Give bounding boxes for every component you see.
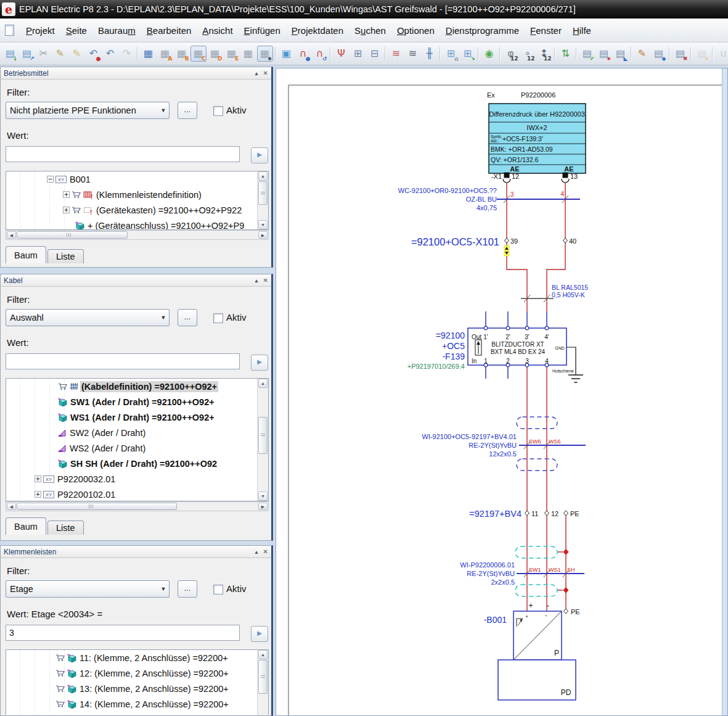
menu-projekt[interactable]: Projekt [20, 22, 60, 39]
tab-baum[interactable]: Baum [6, 517, 46, 535]
menu-bearbeiten[interactable]: Bearbeiten [141, 22, 197, 39]
toolbar-potential-tracking-button[interactable]: φ12 [503, 46, 519, 62]
toolbar-addon-plugin-button[interactable]: ◉ [481, 46, 497, 62]
menu-optionen[interactable]: Optionen [391, 22, 440, 39]
vertical-scrollbar[interactable]: ▲ ▼ [257, 379, 268, 501]
tree-item[interactable]: XYB001 [6, 171, 268, 187]
bv4-terminals[interactable]: =92197+BV4 11 12 PE [469, 509, 579, 519]
toolbar-redo-button[interactable]: ↷ [119, 46, 135, 62]
tree-item[interactable]: !(Gerätekasten) =92100++O92+P922 [6, 202, 268, 218]
wert-input[interactable] [6, 146, 240, 162]
toolbar-edit-properties-button[interactable]: ✎ [634, 46, 650, 62]
menu-projektdaten[interactable]: Projektdaten [286, 22, 349, 39]
toolbar-auto-connecting-button[interactable]: ≋ [388, 46, 404, 62]
horizontal-scrollbar[interactable]: ◀ ▶ [6, 501, 269, 511]
plus-icon[interactable] [63, 191, 70, 198]
panel-betriebsmittel-header[interactable]: Betriebsmittel ▴ ✕ [1, 67, 271, 80]
filter-dropdown[interactable]: Etage ▼ [6, 580, 170, 598]
panel-close-icon[interactable]: ✕ [263, 70, 268, 76]
toolbar-grid-off-button[interactable]: ▦ [240, 46, 256, 62]
panel-klemmenleisten-header[interactable]: Klemmenleisten ▴ ✕ [1, 546, 271, 558]
tree-item[interactable]: 14: (Klemme, 2 Anschlüsse) =92200+ [6, 696, 268, 712]
horizontal-scrollbar[interactable]: ◀ ▶ [6, 230, 269, 240]
toolbar-snap-magnet-button[interactable]: ∩● [295, 46, 311, 62]
toolbar-project-settings-button[interactable]: ✂ [36, 46, 52, 62]
toolbar-check-settings-button[interactable]: ▤∗ [596, 46, 612, 62]
scroll-down-button[interactable]: ▼ [258, 220, 268, 229]
tree-item[interactable]: SW1 (Ader / Draht) =92100++O92+ [6, 394, 268, 409]
scroll-up-button[interactable]: ▲ [258, 171, 268, 181]
toolbar-navigate-to-page-button[interactable]: ▤◆ [651, 46, 667, 62]
panel-collapse-icon[interactable]: ▴ [255, 278, 258, 284]
filter-browse-button[interactable]: ... [178, 309, 197, 326]
tree-item[interactable]: + (Geräteanschluss) =92100++O92+P9 [6, 218, 268, 230]
scroll-right-button[interactable]: ▶ [258, 231, 268, 239]
scrollbar-thumb[interactable] [17, 231, 128, 239]
tree-item[interactable]: XYP92200102.01 [6, 487, 268, 501]
x1-terminals[interactable]: -X1 12 13 [491, 173, 578, 183]
filter-browse-button[interactable]: ... [178, 580, 197, 598]
x101-terminals[interactable]: =92100+OC5-X101 39 40 [411, 236, 576, 256]
panel-collapse-icon[interactable]: ▴ [255, 549, 258, 555]
scroll-right-button[interactable]: ▶ [258, 503, 268, 510]
tab-liste[interactable]: Liste [47, 249, 84, 263]
panel-collapse-icon[interactable]: ▴ [255, 70, 258, 76]
vertical-scrollbar[interactable]: ▲ ▼ [257, 171, 268, 229]
plus-icon[interactable] [35, 491, 41, 498]
toolbar-auto-connecting-off-button[interactable]: ≋ [405, 46, 421, 62]
toolbar-grid-b-button[interactable]: ▦B [174, 46, 190, 62]
vertical-scrollbar[interactable]: ▲ [257, 650, 268, 715]
toolbar-undo-list-button[interactable]: ↶● [86, 46, 102, 62]
toolbar-delete-placement-button[interactable]: ▤✖ [673, 46, 689, 62]
scroll-down-button[interactable]: ▼ [258, 492, 268, 501]
toolbar-undo-button[interactable]: ↶ [102, 46, 118, 62]
toolbar-grid-a-button[interactable]: ▦A [157, 46, 173, 62]
wert-go-button[interactable]: ▶ [251, 626, 268, 642]
tree-item[interactable]: XYP92200032.01 [6, 471, 268, 487]
toolbar-favorites-button[interactable]: ▤★ [694, 46, 710, 62]
panel-close-icon[interactable]: ✕ [263, 549, 268, 555]
menu-ansicht[interactable]: Ansicht [197, 22, 238, 39]
panel-close-icon[interactable]: ✕ [263, 278, 268, 284]
toolbar-clean-project-button[interactable]: ✎ [52, 46, 68, 62]
wert-go-button[interactable]: ▶ [251, 147, 268, 163]
toolbar-device-navigator-button[interactable]: ⊞⌂ [443, 46, 459, 62]
blitzductor-device[interactable]: Out 1' 2' 3' 4' In 1 2 3 4 BLITZDUCTOR X… [407, 326, 583, 382]
scrollbar-thumb[interactable] [258, 417, 268, 454]
menu-hilfe[interactable]: Hilfe [567, 22, 597, 39]
tree-item[interactable]: 12: (Klemme, 2 Anschlüsse) =92200+ [6, 665, 268, 681]
aktiv-checkbox[interactable] [213, 106, 223, 116]
panel-kabel-header[interactable]: Kabel ▴ ✕ [1, 274, 271, 287]
filter-dropdown[interactable]: Nicht platzierte PPE Funktionen ▼ [6, 102, 170, 119]
menu-seite[interactable]: Seite [60, 22, 92, 39]
tab-baum[interactable]: Baum [6, 246, 46, 263]
plus-icon[interactable] [35, 475, 41, 482]
filter-dropdown[interactable]: Auswahl ▼ [6, 309, 170, 326]
toolbar-backup-project-button[interactable]: ✎ [69, 46, 85, 62]
toolbar-insert-symbol-button[interactable]: ▦ [141, 46, 157, 62]
menu-fenster[interactable]: Fenster [525, 22, 567, 39]
cable2-definition[interactable]: WI-92100+OC5-92197+BV4.01 RE-2Y(St)YvBU … [422, 417, 586, 471]
scrollbar-thumb[interactable] [258, 181, 268, 205]
transmitter-b001[interactable]: + - PE -B001 + - P PD [484, 601, 580, 700]
schematic-canvas[interactable]: Ex P92200006 Differenzdruck über H922000… [276, 68, 727, 715]
wire-spec[interactable]: BL RAL5015 0,5 H05V-K [521, 284, 588, 302]
toolbar-insert-device-button[interactable]: ⊞ [350, 46, 366, 62]
toolbar-project-open-button[interactable]: ▤↗ [19, 46, 35, 62]
minus-icon[interactable] [47, 176, 54, 183]
tab-liste[interactable]: Liste [47, 521, 84, 535]
scrollbar-thumb[interactable] [258, 660, 268, 694]
toolbar-device-navigator-2-button[interactable]: ⊞↘ [460, 46, 476, 62]
toolbar-design-mode-button[interactable]: ▣ [279, 46, 295, 62]
toolbar-message-management-button[interactable]: ▤◣ [613, 46, 629, 62]
scroll-left-button[interactable]: ◀ [7, 231, 16, 239]
filter-browse-button[interactable]: ... [178, 102, 197, 119]
tree-item[interactable]: (Kabeldefinition) =92100++O92+ [6, 379, 268, 394]
tree-item[interactable]: !(Klemmenleistendefinition) [6, 187, 268, 202]
tree-item[interactable]: 11: (Klemme, 2 Anschlüsse) =92200+ [6, 650, 268, 665]
plc-box[interactable]: Ex P92200006 Differenzdruck über H922000… [487, 91, 586, 173]
toolbar-potential-points-button[interactable]: ∘12 [520, 46, 536, 62]
tree-item[interactable]: WS2 (Ader / Draht) [6, 440, 268, 456]
toolbar-project-new-button[interactable]: ▤↓ [2, 46, 18, 62]
wert-input[interactable] [6, 625, 240, 641]
